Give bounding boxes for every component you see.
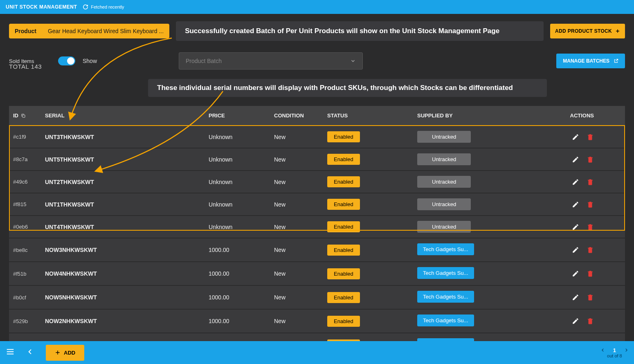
cell-supplied-by: Untracked bbox=[417, 176, 548, 188]
supplier-untracked-badge[interactable]: Untracked bbox=[417, 198, 471, 210]
pager-next-icon[interactable] bbox=[624, 347, 628, 353]
cell-id: #f51b bbox=[13, 271, 45, 277]
supplier-untracked-badge[interactable]: Untracked bbox=[417, 153, 471, 165]
cell-serial: NOW4NHKWSKWT bbox=[45, 270, 209, 277]
cell-supplied-by: Tech Gadgets Su... bbox=[417, 243, 548, 256]
cell-id: #f815 bbox=[13, 201, 45, 207]
status-badge[interactable]: Enabled bbox=[327, 292, 360, 303]
edit-icon[interactable] bbox=[572, 223, 579, 231]
cell-price: 1000.00 bbox=[209, 270, 274, 277]
col-actions: ACTIONS bbox=[570, 112, 598, 119]
delete-icon[interactable] bbox=[587, 317, 594, 325]
table-row: #8c7aUNT5THKWSKWTUnknownNewEnabledUntrac… bbox=[9, 148, 625, 170]
cell-serial: NOW2NHKWSKWT bbox=[45, 318, 209, 324]
table-row: #b0cfNOW5NHKWSKWT1000.00NewEnabledTech G… bbox=[9, 285, 625, 309]
pager: 1 out of 8 bbox=[601, 347, 628, 358]
delete-icon[interactable] bbox=[587, 156, 594, 163]
back-icon[interactable] bbox=[27, 348, 34, 357]
page-title: UNIT STOCK MANAGEMENT bbox=[6, 4, 77, 10]
chevron-down-icon bbox=[350, 58, 356, 64]
cell-id: #49c6 bbox=[13, 179, 45, 185]
col-status[interactable]: STATUS bbox=[327, 112, 417, 119]
supplier-badge[interactable]: Tech Gadgets Su... bbox=[417, 315, 474, 326]
product-batch-select[interactable]: Product Batch bbox=[179, 52, 363, 70]
cell-supplied-by: Untracked bbox=[417, 131, 548, 143]
cell-price: Unknown bbox=[209, 134, 274, 140]
edit-icon[interactable] bbox=[572, 133, 579, 141]
delete-icon[interactable] bbox=[587, 133, 594, 141]
pager-out-of: out of 8 bbox=[607, 353, 622, 358]
add-product-stock-button[interactable]: ADD PRODUCT STOCK bbox=[550, 24, 625, 38]
status-badge[interactable]: Enabled bbox=[327, 176, 360, 187]
refresh-label: Fetched recently bbox=[91, 4, 124, 9]
bottom-bar: ADD 1 out of 8 bbox=[0, 341, 634, 364]
cell-price: Unknown bbox=[209, 156, 274, 163]
cell-serial: NOW5NHKWSKWT bbox=[45, 294, 209, 301]
supplier-untracked-badge[interactable]: Untracked bbox=[417, 176, 471, 188]
edit-icon[interactable] bbox=[572, 294, 579, 301]
supplier-untracked-badge[interactable]: Untracked bbox=[417, 221, 471, 233]
edit-icon[interactable] bbox=[572, 178, 579, 186]
cell-status: Enabled bbox=[327, 292, 417, 303]
col-id[interactable]: ID bbox=[13, 112, 45, 119]
cell-serial: UNT1THKWSKWT bbox=[45, 201, 209, 208]
edit-icon[interactable] bbox=[572, 270, 579, 277]
supplier-badge[interactable]: Tech Gadgets Su... bbox=[417, 291, 474, 303]
col-condition[interactable]: CONDITION bbox=[274, 112, 327, 119]
refresh-status[interactable]: Fetched recently bbox=[83, 4, 124, 10]
cell-condition: New bbox=[274, 201, 327, 208]
cell-condition: New bbox=[274, 318, 327, 324]
delete-icon[interactable] bbox=[587, 201, 594, 208]
cell-actions bbox=[548, 270, 597, 277]
cell-status: Enabled bbox=[327, 199, 417, 210]
status-badge[interactable]: Enabled bbox=[327, 268, 360, 279]
edit-icon[interactable] bbox=[572, 201, 579, 208]
manage-batches-button[interactable]: MANAGE BATCHES bbox=[556, 54, 625, 68]
cell-actions bbox=[548, 317, 597, 325]
status-badge[interactable]: Enabled bbox=[327, 316, 360, 327]
copy-icon bbox=[21, 113, 26, 118]
cell-status: Enabled bbox=[327, 176, 417, 187]
edit-icon[interactable] bbox=[572, 246, 579, 254]
product-selector[interactable]: Product Gear Head Keyboard Wired Slim Ke… bbox=[9, 24, 169, 38]
cell-serial: UNT5THKWSKWT bbox=[45, 156, 209, 163]
table-body: #c1f9UNT3THKWSKWTUnknownNewEnabledUntrac… bbox=[9, 125, 625, 356]
table-row: #529bNOW2NHKWSKWT1000.00NewEnabledTech G… bbox=[9, 309, 625, 333]
cell-price: 1000.00 bbox=[209, 294, 274, 301]
cell-price: 1000.00 bbox=[209, 247, 274, 253]
status-badge[interactable]: Enabled bbox=[327, 154, 360, 165]
sold-items-toggle[interactable] bbox=[58, 56, 75, 65]
add-button[interactable]: ADD bbox=[46, 345, 84, 361]
delete-icon[interactable] bbox=[587, 223, 594, 231]
delete-icon[interactable] bbox=[587, 178, 594, 186]
status-badge[interactable]: Enabled bbox=[327, 245, 360, 256]
status-badge[interactable]: Enabled bbox=[327, 131, 360, 142]
hamburger-icon[interactable] bbox=[6, 347, 15, 358]
pager-prev-icon[interactable] bbox=[601, 347, 605, 353]
add-product-stock-label: ADD PRODUCT STOCK bbox=[555, 28, 612, 34]
supplier-untracked-badge[interactable]: Untracked bbox=[417, 131, 471, 143]
cell-serial: UNT3THKWSKWT bbox=[45, 134, 209, 140]
status-badge[interactable]: Enabled bbox=[327, 221, 360, 232]
add-button-label: ADD bbox=[64, 350, 75, 356]
supplier-badge[interactable]: Tech Gadgets Su... bbox=[417, 267, 474, 279]
cell-actions bbox=[548, 133, 597, 141]
col-supplied-by[interactable]: SUPPLIED BY bbox=[417, 112, 548, 119]
cell-supplied-by: Tech Gadgets Su... bbox=[417, 267, 548, 280]
cell-condition: New bbox=[274, 134, 327, 140]
cell-price: Unknown bbox=[209, 224, 274, 230]
status-badge[interactable]: Enabled bbox=[327, 199, 360, 210]
edit-icon[interactable] bbox=[572, 156, 579, 163]
sold-items-state: Show bbox=[83, 58, 97, 64]
cell-status: Enabled bbox=[327, 131, 417, 142]
delete-icon[interactable] bbox=[587, 294, 594, 301]
pager-current: 1 bbox=[613, 347, 616, 353]
edit-icon[interactable] bbox=[572, 317, 579, 325]
col-serial[interactable]: SERIAL bbox=[45, 112, 209, 119]
delete-icon[interactable] bbox=[587, 246, 594, 254]
col-price[interactable]: PRICE bbox=[209, 112, 274, 119]
cell-actions bbox=[548, 294, 597, 301]
cell-status: Enabled bbox=[327, 221, 417, 232]
supplier-badge[interactable]: Tech Gadgets Su... bbox=[417, 243, 474, 255]
delete-icon[interactable] bbox=[587, 270, 594, 277]
